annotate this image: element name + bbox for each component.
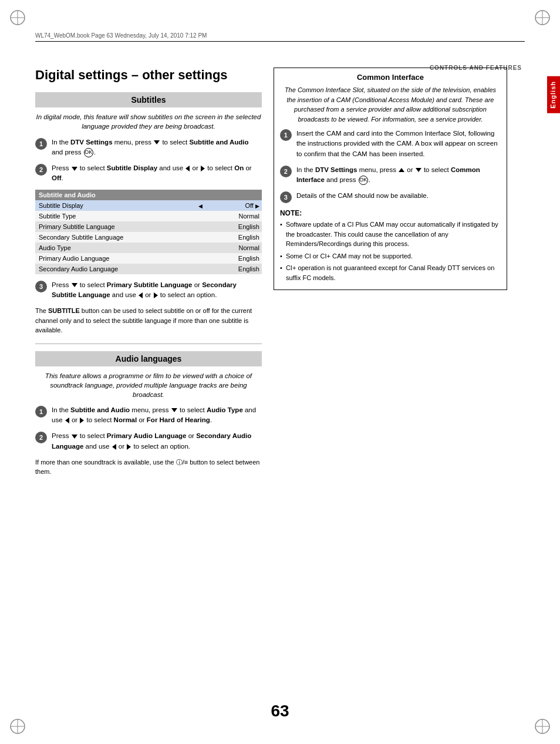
table-cell-value: English — [215, 221, 262, 232]
arrow-left-icon3 — [65, 418, 69, 423]
ci-intro: The Common Interface Slot, situated on t… — [280, 85, 501, 124]
arrow-down-icon4 — [171, 408, 177, 412]
step3-text: Press to select Primary Subtitle Languag… — [52, 280, 262, 301]
arrow-right-icon3 — [80, 418, 84, 423]
table-cell-value: Off ▶ — [215, 200, 262, 211]
table-row: Subtitle TypeNormal — [35, 211, 262, 221]
table-cell-value: Normal — [215, 211, 262, 221]
table-cell-arrow: ◀ — [195, 200, 214, 211]
note-item: Some CI or CI+ CAM may not be supported. — [280, 251, 501, 261]
arrow-down-icon2 — [72, 167, 77, 171]
ci-title: Common Interface — [280, 73, 501, 82]
common-interface-box: Common Interface The Common Interface Sl… — [274, 68, 507, 290]
table-cell-label: Secondary Subtitle Language — [35, 232, 195, 243]
table-cell-label: Primary Subtitle Language — [35, 221, 195, 232]
step2-num: 2 — [35, 164, 47, 176]
table-header-col1: Subtitle and Audio — [35, 190, 195, 200]
ok-button-icon2: OK — [359, 176, 368, 185]
audio-step2-num: 2 — [35, 432, 47, 443]
audio-step2: 2 Press to select Primary Audio Language… — [35, 431, 262, 452]
table-cell-label: Primary Audio Language — [35, 253, 195, 264]
table-row: Secondary Audio LanguageEnglish — [35, 264, 262, 274]
page-header: WL74_WebOM.book Page 63 Wednesday, July … — [35, 32, 525, 42]
table-row: Subtitle Display◀Off ▶ — [35, 200, 262, 211]
table-cell-arrow — [195, 221, 214, 232]
table-row: Primary Subtitle LanguageEnglish — [35, 221, 262, 232]
audio-step1-text: In the Subtitle and Audio menu, press to… — [52, 405, 262, 426]
subtitles-intro: In digital mode, this feature will show … — [35, 112, 262, 131]
audio-step2-text: Press to select Primary Audio Language o… — [52, 431, 262, 452]
arrow-left-icon — [185, 166, 190, 171]
table-cell-label: Audio Type — [35, 243, 195, 253]
arrow-right-icon — [201, 166, 205, 171]
table-cell-arrow — [195, 264, 214, 274]
subtitle-note: The SUBTITLE button can be used to selec… — [35, 306, 262, 335]
page-title: Digital settings – other settings — [35, 68, 262, 83]
step2-text: Press to select Subtitle Display and use… — [52, 163, 262, 184]
ci-step1-text: Insert the CAM and card into the Common … — [296, 129, 501, 159]
step1-text: In the DTV Settings menu, press to selec… — [52, 137, 262, 158]
arrow-up-icon — [399, 168, 404, 172]
subtitles-section-header: Subtitles — [35, 92, 262, 107]
table-cell-arrow — [195, 243, 214, 253]
table-cell-arrow — [195, 253, 214, 264]
page-number: 63 — [0, 702, 560, 721]
main-content: Digital settings – other settings Subtit… — [35, 44, 507, 703]
audio-note: If more than one soundtrack is available… — [35, 457, 262, 477]
table-cell-label: Subtitle Display — [35, 200, 195, 211]
audio-step1-num: 1 — [35, 406, 47, 418]
language-tab: English — [547, 76, 560, 113]
ci-step2-num: 2 — [280, 166, 292, 177]
note-item: Software update of a CI Plus CAM may occ… — [280, 220, 501, 249]
table-cell-label: Secondary Audio Language — [35, 264, 195, 274]
ci-step1: 1 Insert the CAM and card into the Commo… — [280, 129, 501, 159]
table-cell-arrow — [195, 232, 214, 243]
step3-num: 3 — [35, 281, 47, 292]
arrow-down-icon5 — [72, 435, 77, 439]
table-row: Secondary Subtitle LanguageEnglish — [35, 232, 262, 243]
table-header-col3 — [215, 190, 262, 200]
ci-step3-num: 3 — [280, 191, 292, 203]
note-list: Software update of a CI Plus CAM may occ… — [280, 220, 501, 282]
ci-step2: 2 In the DTV Settings menu, press or to … — [280, 165, 501, 186]
table-cell-value: English — [215, 253, 262, 264]
ci-notes: NOTE: Software update of a CI Plus CAM m… — [280, 209, 501, 282]
subtitles-step2: 2 Press to select Subtitle Display and u… — [35, 163, 262, 184]
left-column: Digital settings – other settings Subtit… — [35, 44, 262, 703]
subtitles-step1: 1 In the DTV Settings menu, press to sel… — [35, 137, 262, 158]
audio-section-header: Audio languages — [35, 351, 262, 366]
audio-intro: This feature allows a programme or film … — [35, 371, 262, 399]
arrow-right-icon4 — [127, 444, 131, 450]
audio-step1: 1 In the Subtitle and Audio menu, press … — [35, 405, 262, 426]
arrow-right-icon2 — [154, 292, 158, 298]
right-column: Common Interface The Common Interface Sl… — [274, 44, 507, 703]
step1-num: 1 — [35, 138, 47, 150]
table-cell-arrow — [195, 211, 214, 221]
ci-step1-num: 1 — [280, 129, 292, 141]
arrow-left-icon4 — [112, 444, 116, 450]
ci-step3-text: Details of the CAM should now be availab… — [296, 191, 429, 201]
note-title: NOTE: — [280, 209, 501, 217]
table-cell-label: Subtitle Type — [35, 211, 195, 221]
ok-button-icon: OK — [84, 148, 93, 157]
table-row: Audio TypeNormal — [35, 243, 262, 253]
note-item: CI+ operation is not guaranteed except f… — [280, 263, 501, 282]
arrow-down-icon6 — [416, 168, 421, 172]
corner-tl — [9, 9, 26, 26]
table-cell-value: English — [215, 264, 262, 274]
table-row: Primary Audio LanguageEnglish — [35, 253, 262, 264]
subtitles-step3: 3 Press to select Primary Subtitle Langu… — [35, 280, 262, 301]
subtitle-audio-table: Subtitle and Audio Subtitle Display◀Off … — [35, 190, 262, 274]
table-cell-value: Normal — [215, 243, 262, 253]
table-header-col2 — [195, 190, 214, 200]
corner-tr — [534, 9, 551, 26]
file-info: WL74_WebOM.book Page 63 Wednesday, July … — [35, 32, 207, 39]
arrow-down-icon3 — [72, 283, 77, 287]
ci-step3: 3 Details of the CAM should now be avail… — [280, 191, 501, 203]
ci-step2-text: In the DTV Settings menu, press or to se… — [296, 165, 501, 186]
section-divider — [35, 344, 262, 344]
table-cell-value: English — [215, 232, 262, 243]
arrow-down-icon — [154, 140, 160, 144]
arrow-left-icon2 — [139, 292, 143, 298]
